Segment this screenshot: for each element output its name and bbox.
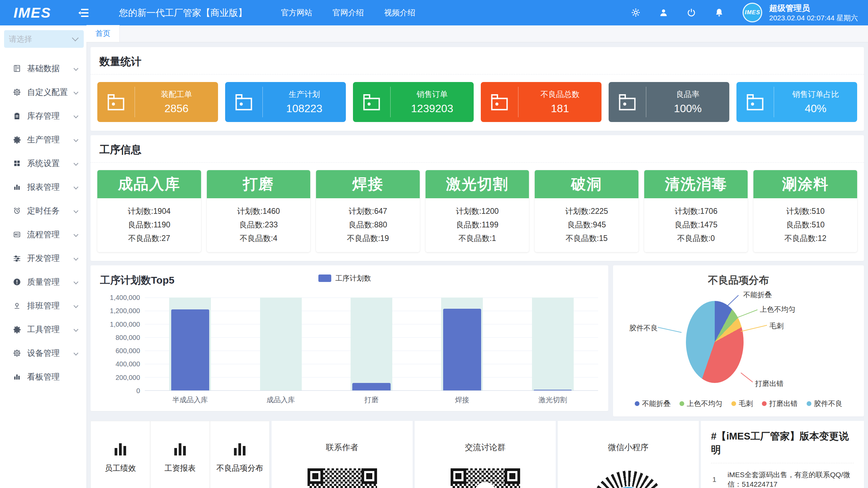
plan-count: 计划数:1904 (100, 206, 198, 217)
nav-official-site[interactable]: 官方网站 (281, 7, 312, 18)
person-icon (13, 302, 21, 310)
stat-card-sales-ratio[interactable]: 销售订单占比40% (736, 82, 857, 122)
process-card: 清洗消毒 计划数:1706良品数:1475不良品数:0 (644, 170, 748, 252)
report-defect-distribution[interactable]: 不良品项分布 (210, 421, 270, 488)
chevron-down-icon (72, 35, 79, 41)
process-name: 焊接 (316, 170, 420, 198)
chevron-down-icon (74, 327, 78, 332)
sidebar-item-scheduled-tasks[interactable]: 定时任务 (0, 199, 86, 223)
sidebar-item-shift-mgmt[interactable]: 排班管理 (0, 294, 86, 318)
good-count: 良品数:1190 (100, 220, 198, 230)
tool-cog-icon (13, 325, 21, 333)
sidebar-item-label: 工具管理 (27, 324, 60, 335)
collapse-menu-icon[interactable] (78, 9, 88, 17)
sidebar-item-label: 流程管理 (27, 229, 60, 240)
stat-value: 108223 (263, 102, 346, 115)
sidebar-item-quality[interactable]: 质量管理 (0, 270, 86, 294)
stat-value: 40% (774, 102, 857, 115)
nav-video-intro[interactable]: 视频介绍 (384, 7, 415, 18)
stat-label: 不良品总数 (518, 89, 601, 100)
nav-site-intro[interactable]: 官网介绍 (333, 7, 364, 18)
pie-label: 毛刺 (769, 321, 784, 331)
user-avatar[interactable]: IMES (743, 3, 762, 22)
defect-count: 不良品数:4 (210, 233, 308, 244)
sidebar: 请选择 基础数据 自定义配置 库存管理 生产管理 系统设置 报表管理 (0, 25, 86, 488)
sidebar-item-tool-mgmt[interactable]: 工具管理 (0, 318, 86, 341)
report-employee-performance[interactable]: 员工绩效 (91, 421, 150, 488)
sidebar-item-custom-config[interactable]: 自定义配置 (0, 80, 86, 104)
y-axis-tick: 200,000 (116, 373, 140, 381)
power-icon[interactable] (687, 8, 696, 17)
defect-count: 不良品数:27 (100, 233, 198, 244)
stat-label: 良品率 (646, 89, 729, 100)
qr-title: 交流讨论群 (465, 442, 506, 453)
stat-label: 销售订单 (391, 89, 474, 100)
plan-count: 计划数:1200 (428, 206, 527, 217)
pie-label: 胶件不良 (629, 323, 658, 333)
y-axis-tick: 1,000,000 (110, 320, 140, 328)
stat-card-assembly-orders[interactable]: 装配工单2856 (97, 82, 218, 122)
chevron-down-icon (74, 303, 78, 308)
sidebar-item-report-mgmt[interactable]: 报表管理 (0, 175, 86, 199)
plan-count: 计划数:1706 (647, 206, 745, 217)
process-name: 激光切割 (426, 170, 529, 198)
changelog-num: 1 (712, 475, 719, 484)
legend-item[interactable]: 毛刺 (731, 399, 753, 408)
report-salary[interactable]: 工资报表 (150, 421, 210, 488)
sidebar-item-inventory[interactable]: 库存管理 (0, 104, 86, 128)
bar-chart-plot: 半成品入库 成品入库 打磨 焊接 激光切割 (145, 298, 598, 391)
sidebar-item-kanban[interactable]: 看板管理 (0, 365, 86, 389)
process-name: 清洗消毒 (644, 170, 748, 198)
stat-value: 1239203 (391, 102, 474, 115)
process-card: 激光切割 计划数:1200良品数:1199不良品数:1 (426, 170, 529, 252)
settings-gear-icon[interactable] (631, 8, 640, 17)
process-card: 涮涂料 计划数:510良品数:510不良品数:12 (753, 170, 857, 252)
sidebar-item-label: 自定义配置 (27, 87, 68, 98)
user-icon[interactable] (659, 8, 668, 17)
bar-chart-legend[interactable]: 工序计划数 (318, 273, 371, 283)
bar-chart-icon (13, 183, 21, 191)
sidebar-item-label: 生产管理 (27, 134, 60, 145)
sidebar-item-label: 系统设置 (27, 158, 60, 169)
tab-home[interactable]: 首页 (86, 25, 120, 42)
qr-title: 联系作者 (326, 442, 358, 453)
sidebar-item-basic-data[interactable]: 基础数据 (0, 57, 86, 80)
stat-card-sales-orders[interactable]: 销售订单1239203 (353, 82, 474, 122)
menu-search-select[interactable]: 请选择 (4, 30, 84, 48)
chevron-down-icon (74, 256, 78, 261)
x-axis-label: 成品入库 (235, 395, 326, 405)
stat-card-production-plans[interactable]: 生产计划108223 (225, 82, 346, 122)
sidebar-item-production[interactable]: 生产管理 (0, 128, 86, 151)
sidebar-item-equipment[interactable]: 设备管理 (0, 341, 86, 365)
process-title: 工序信息 (91, 135, 864, 163)
stat-value: 2856 (135, 102, 218, 115)
reports-grid: 员工绩效 工资报表 不良品项分布 不良品项汇总 生产报表 产量统计 (91, 421, 270, 488)
sidebar-item-label: 开发管理 (27, 253, 60, 264)
sidebar-item-system-settings[interactable]: 系统设置 (0, 151, 86, 175)
y-axis-tick: 0 (136, 387, 140, 395)
legend-label: 不能折叠 (642, 399, 671, 408)
changelog-panel: #【iMES工厂管家】版本变更说明 1iMES全套源码出售，有意的联系QQ/微信… (701, 421, 864, 488)
legend-swatch (318, 274, 331, 282)
x-axis-label: 半成品入库 (145, 395, 235, 405)
bar-semi-finished (171, 309, 209, 390)
select-placeholder: 请选择 (9, 34, 32, 44)
legend-item[interactable]: 不能折叠 (635, 399, 671, 408)
bar-chart-panel: 工序计划数Top5 工序计划数 1,400,000 1,200,000 1,00… (91, 265, 608, 411)
legend-item[interactable]: 上色不均匀 (679, 399, 723, 408)
bar-chart-icon (13, 373, 21, 381)
legend-item[interactable]: 胶件不良 (807, 399, 843, 408)
stat-value: 100% (646, 102, 729, 115)
qr-finder (361, 468, 377, 484)
pie-chart-panel: 不良品项分布 不能折叠 上色不均匀 毛刺 打磨出错 (613, 265, 864, 416)
process-card: 破洞 计划数:2225良品数:945不良品数:15 (535, 170, 638, 252)
stat-card-defect-total[interactable]: 不良品总数181 (481, 82, 601, 122)
bell-icon[interactable] (715, 8, 724, 17)
sidebar-item-label: 基础数据 (27, 63, 60, 74)
legend-item[interactable]: 打磨出错 (762, 399, 798, 408)
sidebar-item-workflow[interactable]: 流程管理 (0, 223, 86, 246)
sidebar-item-dev-mgmt[interactable]: 开发管理 (0, 246, 86, 270)
defect-count: 不良品数:1 (428, 233, 527, 244)
stat-card-yield-rate[interactable]: 良品率100% (609, 82, 729, 122)
stat-label: 装配工单 (135, 89, 218, 100)
